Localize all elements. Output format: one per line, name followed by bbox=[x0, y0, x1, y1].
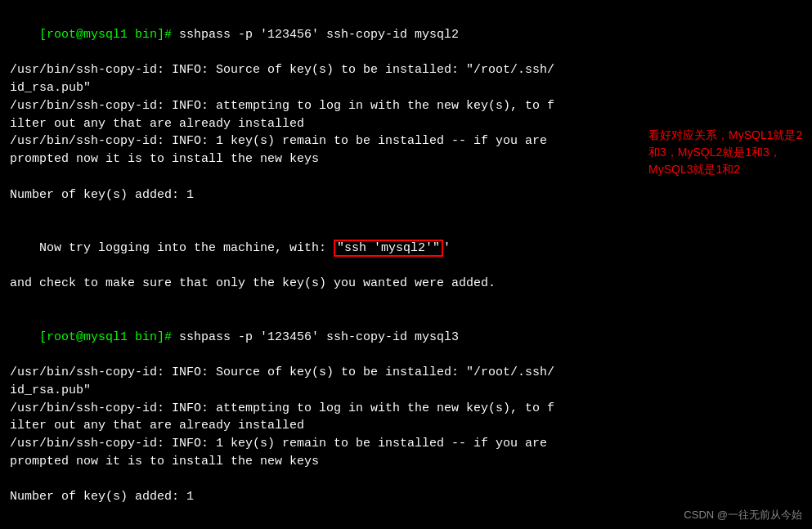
terminal: [root@mysql1 bin]# sshpass -p '123456' s… bbox=[0, 0, 812, 529]
blank-2 bbox=[10, 204, 802, 222]
watermark: CSDN @一往无前从今始 bbox=[684, 508, 802, 522]
command-2: sshpass -p '123456' ssh-copy-id mysql3 bbox=[179, 330, 459, 344]
output-1-2: id_rsa.pub" bbox=[10, 79, 802, 97]
blank-3 bbox=[10, 293, 802, 311]
output-2-1: /usr/bin/ssh-copy-id: INFO: Source of ke… bbox=[10, 364, 802, 382]
output-1-3: /usr/bin/ssh-copy-id: INFO: attempting t… bbox=[10, 97, 802, 115]
number-line-2: Number of key(s) added: 1 bbox=[10, 488, 802, 506]
output-2-4: ilter out any that are already installed bbox=[10, 417, 802, 435]
now-suffix-1: ' bbox=[443, 241, 451, 255]
output-1-1: /usr/bin/ssh-copy-id: INFO: Source of ke… bbox=[10, 61, 802, 79]
prompt-1: [root@mysql1 bin]# bbox=[39, 28, 179, 42]
number-line-1: Number of key(s) added: 1 bbox=[10, 186, 802, 204]
prompt-2: [root@mysql1 bin]# bbox=[39, 330, 179, 344]
annotation-box: 看好对应关系，MySQL1就是2和3，MySQL2就是1和3，MySQL3就是1… bbox=[648, 127, 804, 178]
command-line-2: [root@mysql1 bin]# sshpass -p '123456' s… bbox=[10, 311, 802, 364]
now-line-1: Now try logging into the machine, with: … bbox=[10, 222, 802, 275]
now-line-2: Now try logging into the machine, with: … bbox=[10, 524, 802, 529]
now-prefix-1: Now try logging into the machine, with: bbox=[39, 241, 334, 255]
output-2-6: prompted now it is to install the new ke… bbox=[10, 453, 802, 471]
command-1: sshpass -p '123456' ssh-copy-id mysql2 bbox=[179, 28, 459, 42]
and-line-1: and check to make sure that only the key… bbox=[10, 275, 802, 293]
output-2-2: id_rsa.pub" bbox=[10, 382, 802, 400]
command-line-1: [root@mysql1 bin]# sshpass -p '123456' s… bbox=[10, 8, 802, 61]
blank-4 bbox=[10, 471, 802, 489]
output-2-5: /usr/bin/ssh-copy-id: INFO: 1 key(s) rem… bbox=[10, 435, 802, 453]
highlight-mysql2: "ssh 'mysql2'" bbox=[334, 240, 443, 257]
output-2-3: /usr/bin/ssh-copy-id: INFO: attempting t… bbox=[10, 400, 802, 418]
